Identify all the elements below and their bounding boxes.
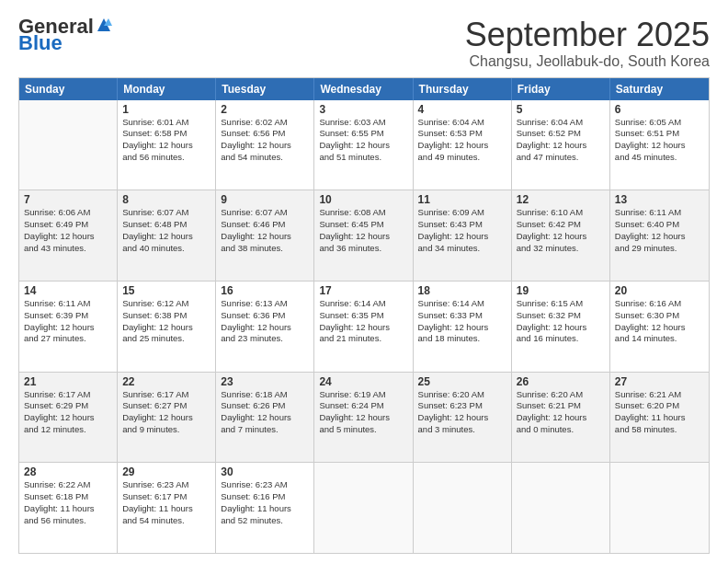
day-info: Sunrise: 6:11 AM Sunset: 6:39 PM Dayligh… — [24, 298, 112, 345]
calendar-cell: 2Sunrise: 6:02 AM Sunset: 6:56 PM Daylig… — [216, 100, 314, 190]
day-number: 28 — [24, 465, 112, 478]
day-info: Sunrise: 6:20 AM Sunset: 6:21 PM Dayligh… — [517, 389, 605, 436]
calendar-body: 1Sunrise: 6:01 AM Sunset: 6:58 PM Daylig… — [19, 100, 709, 553]
calendar-cell: 12Sunrise: 6:10 AM Sunset: 6:42 PM Dayli… — [512, 190, 610, 281]
day-number: 8 — [122, 193, 210, 206]
calendar-cell: 9Sunrise: 6:07 AM Sunset: 6:46 PM Daylig… — [216, 190, 314, 281]
calendar-cell: 30Sunrise: 6:23 AM Sunset: 6:16 PM Dayli… — [216, 463, 314, 553]
page: General Blue September 2025 Changsu, Jeo… — [0, 0, 728, 563]
day-number: 10 — [319, 193, 407, 206]
day-number: 1 — [122, 103, 210, 116]
header: General Blue September 2025 Changsu, Jeo… — [18, 17, 710, 70]
weekday-header: Friday — [512, 78, 610, 100]
day-info: Sunrise: 6:06 AM Sunset: 6:49 PM Dayligh… — [24, 207, 112, 254]
day-info: Sunrise: 6:09 AM Sunset: 6:43 PM Dayligh… — [418, 207, 506, 254]
day-number: 11 — [418, 193, 506, 206]
day-info: Sunrise: 6:22 AM Sunset: 6:18 PM Dayligh… — [24, 479, 112, 526]
day-info: Sunrise: 6:14 AM Sunset: 6:35 PM Dayligh… — [319, 298, 407, 345]
calendar-row: 28Sunrise: 6:22 AM Sunset: 6:18 PM Dayli… — [19, 462, 709, 553]
calendar-cell — [414, 463, 512, 553]
calendar-cell: 5Sunrise: 6:04 AM Sunset: 6:52 PM Daylig… — [512, 100, 610, 190]
day-info: Sunrise: 6:12 AM Sunset: 6:38 PM Dayligh… — [122, 298, 210, 345]
day-number: 2 — [221, 103, 309, 116]
calendar-cell: 14Sunrise: 6:11 AM Sunset: 6:39 PM Dayli… — [19, 282, 118, 372]
calendar-cell: 22Sunrise: 6:17 AM Sunset: 6:27 PM Dayli… — [118, 373, 216, 463]
day-number: 14 — [24, 284, 112, 297]
day-number: 13 — [615, 193, 704, 206]
calendar-cell — [314, 463, 413, 553]
calendar-row: 14Sunrise: 6:11 AM Sunset: 6:39 PM Dayli… — [19, 281, 709, 372]
calendar-cell: 3Sunrise: 6:03 AM Sunset: 6:55 PM Daylig… — [314, 100, 413, 190]
weekday-header: Sunday — [19, 78, 118, 100]
calendar-cell: 20Sunrise: 6:16 AM Sunset: 6:30 PM Dayli… — [610, 282, 709, 372]
calendar-cell: 25Sunrise: 6:20 AM Sunset: 6:23 PM Dayli… — [414, 373, 512, 463]
logo: General Blue — [18, 17, 112, 53]
day-number: 7 — [24, 193, 112, 206]
calendar-cell: 18Sunrise: 6:14 AM Sunset: 6:33 PM Dayli… — [414, 282, 512, 372]
calendar-cell: 29Sunrise: 6:23 AM Sunset: 6:17 PM Dayli… — [118, 463, 216, 553]
day-number: 17 — [319, 284, 407, 297]
weekday-header: Monday — [118, 78, 216, 100]
logo-icon — [96, 17, 112, 33]
day-number: 18 — [418, 284, 506, 297]
day-info: Sunrise: 6:13 AM Sunset: 6:36 PM Dayligh… — [221, 298, 309, 345]
day-number: 27 — [615, 375, 704, 388]
calendar-header: SundayMondayTuesdayWednesdayThursdayFrid… — [19, 78, 709, 100]
day-info: Sunrise: 6:03 AM Sunset: 6:55 PM Dayligh… — [319, 117, 407, 164]
day-number: 19 — [517, 284, 605, 297]
calendar-cell: 28Sunrise: 6:22 AM Sunset: 6:18 PM Dayli… — [19, 463, 118, 553]
day-number: 16 — [221, 284, 309, 297]
calendar-cell: 17Sunrise: 6:14 AM Sunset: 6:35 PM Dayli… — [314, 282, 413, 372]
day-number: 22 — [122, 375, 210, 388]
calendar-cell: 26Sunrise: 6:20 AM Sunset: 6:21 PM Dayli… — [512, 373, 610, 463]
day-number: 3 — [319, 103, 407, 116]
day-info: Sunrise: 6:08 AM Sunset: 6:45 PM Dayligh… — [319, 207, 407, 254]
day-number: 5 — [517, 103, 605, 116]
day-info: Sunrise: 6:01 AM Sunset: 6:58 PM Dayligh… — [122, 117, 210, 164]
calendar-cell: 11Sunrise: 6:09 AM Sunset: 6:43 PM Dayli… — [414, 190, 512, 281]
calendar-cell: 27Sunrise: 6:21 AM Sunset: 6:20 PM Dayli… — [610, 373, 709, 463]
weekday-header: Tuesday — [216, 78, 314, 100]
day-info: Sunrise: 6:14 AM Sunset: 6:33 PM Dayligh… — [418, 298, 506, 345]
day-number: 24 — [319, 375, 407, 388]
calendar-cell — [512, 463, 610, 553]
calendar-row: 21Sunrise: 6:17 AM Sunset: 6:29 PM Dayli… — [19, 372, 709, 463]
calendar-cell: 1Sunrise: 6:01 AM Sunset: 6:58 PM Daylig… — [118, 100, 216, 190]
location: Changsu, Jeollabuk-do, South Korea — [465, 53, 710, 70]
calendar-cell: 21Sunrise: 6:17 AM Sunset: 6:29 PM Dayli… — [19, 373, 118, 463]
day-number: 4 — [418, 103, 506, 116]
calendar-cell: 10Sunrise: 6:08 AM Sunset: 6:45 PM Dayli… — [314, 190, 413, 281]
logo-blue-text: Blue — [18, 33, 63, 53]
calendar-cell: 7Sunrise: 6:06 AM Sunset: 6:49 PM Daylig… — [19, 190, 118, 281]
day-number: 20 — [615, 284, 704, 297]
weekday-header: Thursday — [414, 78, 512, 100]
day-number: 9 — [221, 193, 309, 206]
day-info: Sunrise: 6:02 AM Sunset: 6:56 PM Dayligh… — [221, 117, 309, 164]
calendar-cell — [19, 100, 118, 190]
day-info: Sunrise: 6:07 AM Sunset: 6:48 PM Dayligh… — [122, 207, 210, 254]
day-info: Sunrise: 6:17 AM Sunset: 6:29 PM Dayligh… — [24, 389, 112, 436]
month-title: September 2025 — [465, 17, 710, 53]
day-info: Sunrise: 6:17 AM Sunset: 6:27 PM Dayligh… — [122, 389, 210, 436]
day-number: 26 — [517, 375, 605, 388]
day-number: 12 — [517, 193, 605, 206]
day-info: Sunrise: 6:23 AM Sunset: 6:16 PM Dayligh… — [221, 479, 309, 526]
day-info: Sunrise: 6:21 AM Sunset: 6:20 PM Dayligh… — [615, 389, 704, 436]
day-info: Sunrise: 6:18 AM Sunset: 6:26 PM Dayligh… — [221, 389, 309, 436]
calendar-cell: 16Sunrise: 6:13 AM Sunset: 6:36 PM Dayli… — [216, 282, 314, 372]
calendar-cell: 13Sunrise: 6:11 AM Sunset: 6:40 PM Dayli… — [610, 190, 709, 281]
calendar-cell: 19Sunrise: 6:15 AM Sunset: 6:32 PM Dayli… — [512, 282, 610, 372]
day-info: Sunrise: 6:15 AM Sunset: 6:32 PM Dayligh… — [517, 298, 605, 345]
day-info: Sunrise: 6:19 AM Sunset: 6:24 PM Dayligh… — [319, 389, 407, 436]
calendar-cell: 4Sunrise: 6:04 AM Sunset: 6:53 PM Daylig… — [414, 100, 512, 190]
day-number: 15 — [122, 284, 210, 297]
day-number: 23 — [221, 375, 309, 388]
calendar-row: 1Sunrise: 6:01 AM Sunset: 6:58 PM Daylig… — [19, 100, 709, 190]
day-number: 21 — [24, 375, 112, 388]
calendar-cell: 23Sunrise: 6:18 AM Sunset: 6:26 PM Dayli… — [216, 373, 314, 463]
day-number: 30 — [221, 465, 309, 478]
weekday-header: Wednesday — [314, 78, 413, 100]
day-info: Sunrise: 6:16 AM Sunset: 6:30 PM Dayligh… — [615, 298, 704, 345]
calendar-cell: 6Sunrise: 6:05 AM Sunset: 6:51 PM Daylig… — [610, 100, 709, 190]
day-number: 6 — [615, 103, 704, 116]
